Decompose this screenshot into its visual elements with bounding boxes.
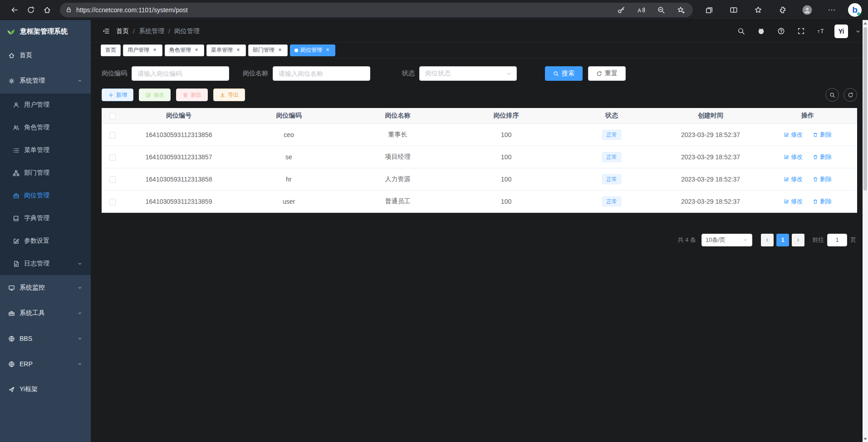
menu-label: 首页	[20, 51, 32, 59]
sidebar-item-system-management[interactable]: 系统管理	[0, 68, 91, 93]
scrollbar-up-arrow[interactable]	[863, 20, 868, 26]
close-tab-icon[interactable]: ×	[235, 47, 241, 54]
read-aloud-button[interactable]: A	[635, 2, 647, 18]
collections-button[interactable]	[701, 2, 717, 18]
tab-dept-management[interactable]: 部门管理×	[248, 44, 288, 56]
next-page-button[interactable]	[792, 234, 804, 246]
tab-menu-management[interactable]: 菜单管理×	[206, 44, 246, 56]
collapse-sidebar-button[interactable]	[98, 24, 113, 39]
tab-post-management[interactable]: 岗位管理×	[290, 44, 335, 56]
sidebar-item-yi-framework[interactable]: Yi框架	[0, 377, 91, 402]
tab-user-management[interactable]: 用户管理×	[123, 44, 162, 56]
post-name-cell: 项目经理	[343, 146, 452, 168]
help-button[interactable]	[775, 25, 787, 38]
font-size-button[interactable]: TT	[814, 25, 827, 38]
close-tab-icon[interactable]: ×	[277, 47, 283, 54]
row-edit-link[interactable]: 修改	[784, 175, 803, 183]
row-checkbox[interactable]	[109, 199, 116, 205]
sidebar-item-dict-management[interactable]: 字典管理	[0, 207, 91, 230]
toolbox-icon	[8, 310, 15, 317]
column-header: 岗位编号	[123, 108, 234, 123]
profile-button[interactable]	[799, 2, 815, 18]
back-button[interactable]	[6, 2, 23, 18]
address-bar[interactable]: https://ccnetcore.com:1101/system/post A	[60, 3, 693, 17]
row-edit-link[interactable]: 修改	[784, 131, 803, 139]
split-screen-icon	[730, 6, 738, 14]
app-logo[interactable]: 意框架管理系统	[0, 20, 91, 43]
tab-home[interactable]: 首页	[101, 44, 121, 56]
zoom-button[interactable]	[655, 2, 667, 18]
sidebar-item-user-management[interactable]: 用户管理	[0, 93, 91, 116]
delete-button[interactable]: 删除	[176, 88, 208, 101]
row-edit-link[interactable]: 修改	[784, 197, 803, 206]
caret-down-icon[interactable]	[855, 29, 861, 34]
table-row[interactable]: 1641030593112313857 se 项目经理 100 正常 2023-…	[102, 146, 857, 168]
header-search-button[interactable]	[735, 25, 747, 38]
page-1-button[interactable]: 1	[776, 234, 789, 246]
sidebar-item-menu-management[interactable]: 菜单管理	[0, 139, 91, 162]
extensions-button[interactable]	[775, 2, 791, 18]
modify-button[interactable]: 修改	[139, 88, 171, 101]
goto-page-input[interactable]	[827, 234, 847, 246]
table-row[interactable]: 1641030593112313859 user 普通员工 100 正常 202…	[102, 190, 857, 212]
scrollbar-down-arrow[interactable]	[863, 436, 868, 442]
sidebar-item-system-monitor[interactable]: 系统监控	[0, 275, 91, 300]
row-delete-link[interactable]: 删除	[813, 131, 832, 139]
row-delete-link[interactable]: 删除	[813, 175, 832, 183]
refresh-table-button[interactable]	[843, 88, 857, 102]
toggle-search-button[interactable]	[825, 88, 839, 102]
key-icon	[617, 6, 625, 14]
add-button[interactable]: 新增	[102, 88, 133, 101]
row-checkbox[interactable]	[109, 132, 116, 138]
prev-page-button[interactable]	[761, 234, 774, 246]
reset-button[interactable]: 重置	[588, 66, 626, 81]
status-select[interactable]: 岗位状态	[419, 66, 517, 81]
page-size-select[interactable]: 10条/页	[701, 234, 752, 246]
home-button[interactable]	[39, 2, 55, 18]
search-button[interactable]: 搜索	[545, 66, 583, 81]
sidebar-menu: 首页 系统管理 用户管理 角色管理	[0, 43, 91, 402]
close-tab-icon[interactable]: ×	[152, 47, 158, 54]
browser-menu-button[interactable]	[824, 2, 840, 18]
add-favorite-button[interactable]	[675, 2, 687, 18]
sidebar-item-erp[interactable]: ERP	[0, 351, 91, 377]
password-key-button[interactable]	[615, 2, 628, 18]
row-delete-link[interactable]: 删除	[813, 153, 832, 161]
row-checkbox[interactable]	[109, 154, 116, 161]
sidebar-item-home[interactable]: 首页	[0, 43, 91, 68]
page-scrollbar[interactable]	[863, 20, 868, 442]
breadcrumb-home[interactable]: 首页	[116, 27, 129, 35]
sidebar-item-log-management[interactable]: 日志管理	[0, 252, 91, 275]
table-row[interactable]: 1641030593112313858 hr 人力资源 100 正常 2023-…	[102, 168, 857, 190]
bing-copilot-button[interactable]: b	[848, 3, 862, 17]
sidebar-item-param-settings[interactable]: 参数设置	[0, 230, 91, 252]
sidebar-item-dept-management[interactable]: 部门管理	[0, 162, 91, 184]
created-cell: 2023-03-29 18:52:37	[663, 168, 758, 190]
svg-text:A: A	[638, 7, 641, 13]
refresh-button[interactable]	[23, 2, 39, 18]
close-tab-icon[interactable]: ×	[324, 47, 331, 54]
user-avatar[interactable]: Yi	[834, 25, 848, 38]
table-row[interactable]: 1641030593112313856 ceo 董事长 100 正常 2023-…	[102, 123, 857, 146]
row-checkbox[interactable]	[109, 177, 116, 183]
breadcrumb-system[interactable]: 系统管理	[139, 27, 164, 35]
row-delete-link[interactable]: 删除	[813, 197, 832, 206]
sidebar-item-bbs[interactable]: BBS	[0, 326, 91, 351]
split-screen-button[interactable]	[726, 2, 742, 18]
export-button[interactable]: 导出	[213, 88, 245, 101]
collections-icon	[705, 6, 713, 14]
favorites-button[interactable]	[750, 2, 766, 18]
sidebar-item-post-management[interactable]: 岗位管理	[0, 184, 91, 207]
sidebar-item-system-tools[interactable]: 系统工具	[0, 300, 91, 326]
row-edit-link[interactable]: 修改	[784, 153, 803, 161]
select-all-checkbox[interactable]	[109, 113, 116, 119]
external-link-icon	[8, 386, 15, 393]
close-tab-icon[interactable]: ×	[193, 47, 200, 54]
post-code-input[interactable]	[132, 66, 229, 81]
tab-role-management[interactable]: 角色管理×	[165, 44, 204, 56]
fullscreen-button[interactable]	[794, 25, 807, 38]
sidebar-item-role-management[interactable]: 角色管理	[0, 116, 91, 139]
github-button[interactable]	[755, 25, 767, 38]
scrollbar-thumb[interactable]	[863, 27, 867, 191]
post-name-input[interactable]	[273, 66, 370, 81]
